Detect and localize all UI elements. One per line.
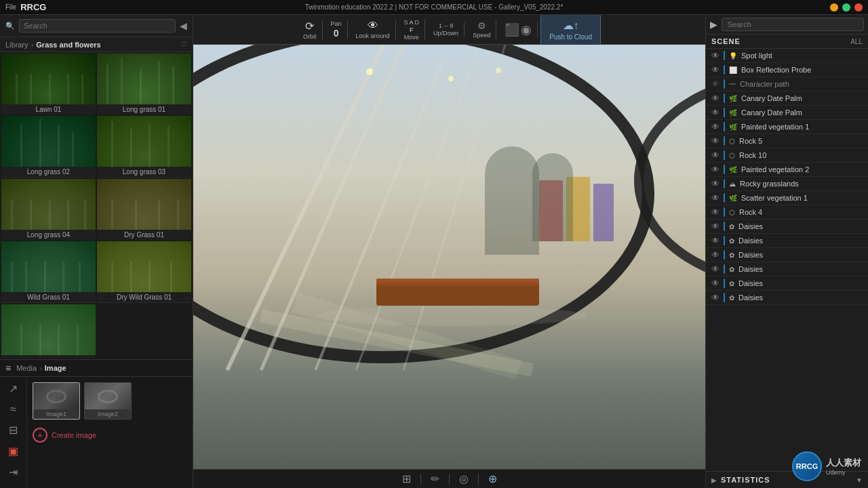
eye-icon[interactable]: 👁 xyxy=(711,179,719,188)
plant-icon: 🌿 xyxy=(729,123,737,131)
scene-item-name: Daisies xyxy=(738,293,863,302)
scene-item-daisies-6[interactable]: 👁 ✿ Daisies xyxy=(706,291,868,305)
minimize-button[interactable]: ─ xyxy=(830,3,838,12)
render-play-button[interactable]: ▶ xyxy=(710,19,717,30)
breadcrumb-current: Grass and flowers xyxy=(36,41,100,49)
scene-item-daisies-4[interactable]: 👁 ✿ Daisies xyxy=(706,262,868,277)
pan-tool: Pan 0 xyxy=(326,20,348,39)
scene-item-name: Canary Date Palm xyxy=(741,94,863,102)
close-button[interactable]: ✕ xyxy=(854,3,863,12)
list-item[interactable]: Dry Grass 01 xyxy=(97,179,191,240)
scene-render[interactable]: RRCG xyxy=(193,45,705,469)
scene-item-character-path[interactable]: 👁 〰 Character path xyxy=(706,77,868,92)
scatter-icon: 🌿 xyxy=(729,195,737,202)
right-top-bar: ▶ xyxy=(706,15,868,35)
eye-icon[interactable]: 👁 xyxy=(711,193,719,203)
eye-icon[interactable]: 👁 xyxy=(711,108,719,117)
scene-item-spotlight[interactable]: 👁 💡 Spot light xyxy=(706,49,868,63)
split-view-icon[interactable]: ⬛ xyxy=(505,22,519,37)
settings-gear-icon[interactable]: ⚙ xyxy=(477,20,486,31)
list-item[interactable]: Long grass 04 xyxy=(1,179,96,240)
media-link[interactable]: Media xyxy=(16,364,37,372)
eye-icon[interactable]: 👁 xyxy=(711,51,719,60)
image-thumb-2[interactable]: Image2 xyxy=(84,382,132,420)
library-link[interactable]: Library xyxy=(5,41,28,49)
window-controls: ─ □ ✕ xyxy=(830,3,863,12)
brush-tool-button[interactable]: ✏ xyxy=(427,471,443,487)
scene-item-painted-veg-1[interactable]: 👁 🌿 Painted vegetation 1 xyxy=(706,120,868,134)
viewport[interactable]: ⟳ Orbit Pan 0 👁 Look around SA xyxy=(193,15,705,488)
scene-item-name: Character path xyxy=(740,80,863,88)
scene-item-name: Rocky grasslands xyxy=(740,180,863,188)
create-image-button[interactable]: + Create image xyxy=(33,428,187,443)
maximize-button[interactable]: □ xyxy=(842,3,850,12)
create-image-label: Create image xyxy=(52,431,96,439)
add-tool-button[interactable]: ⊕ xyxy=(484,471,501,487)
scene-item-scatter-veg[interactable]: 👁 🌿 Scatter vegetation 1 xyxy=(706,191,868,205)
right-search-input[interactable] xyxy=(722,18,864,31)
settings-icon[interactable]: ⊟ xyxy=(9,424,18,436)
lookaround-icon[interactable]: 👁 xyxy=(368,20,378,32)
grid-view-button[interactable]: ⊞ xyxy=(398,471,415,487)
favorite-icon[interactable]: ♡ xyxy=(180,40,187,49)
asset-thumbnail xyxy=(97,54,191,104)
search-input[interactable] xyxy=(19,19,176,33)
push-to-cloud-button[interactable]: ☁↑ Push to Cloud xyxy=(540,15,601,45)
render-icon[interactable]: ≈ xyxy=(10,403,16,415)
collapse-icon[interactable]: ◀ xyxy=(180,20,187,31)
scene-item-name: Painted vegetation 1 xyxy=(741,123,863,131)
scene-item-box-reflection[interactable]: 👁 ⬜ Box Reflection Probe xyxy=(706,63,868,77)
breadcrumb-separator: › xyxy=(31,41,34,49)
list-item[interactable] xyxy=(1,304,96,358)
eye-icon[interactable]: 👁 xyxy=(711,136,719,146)
eye-icon[interactable]: 👁 xyxy=(711,165,719,174)
circle-tool-button[interactable]: ◎ xyxy=(455,471,473,487)
eye-icon[interactable]: 👁 xyxy=(711,150,719,160)
eye-icon[interactable]: 👁 xyxy=(711,250,719,260)
eye-icon[interactable]: 👁 xyxy=(711,279,719,288)
list-item[interactable]: Wild Grass 01 xyxy=(1,241,96,302)
accent-line xyxy=(724,165,725,174)
eye-icon[interactable]: 👁 xyxy=(711,94,719,103)
scene-item-daisies-1[interactable]: 👁 ✿ Daisies xyxy=(706,220,868,234)
scene-item-name: Rock 4 xyxy=(739,208,863,216)
eye-icon-hidden[interactable]: 👁 xyxy=(711,79,719,89)
eye-icon[interactable]: 👁 xyxy=(711,122,719,131)
scene-item-daisies-3[interactable]: 👁 ✿ Daisies xyxy=(706,248,868,262)
left-panel: 🔍 ◀ Library › Grass and flowers ♡ Lawn xyxy=(0,15,193,488)
eye-icon[interactable]: 👁 xyxy=(711,264,719,274)
scene-item-rock10[interactable]: 👁 ⬡ Rock 10 xyxy=(706,148,868,163)
file-menu[interactable]: File xyxy=(5,3,16,11)
eye-icon[interactable]: 👁 xyxy=(711,65,719,75)
eye-icon[interactable]: 👁 xyxy=(711,207,719,217)
export-icon[interactable]: ⇥ xyxy=(9,466,18,479)
eye-icon[interactable]: 👁 xyxy=(711,293,719,302)
view-icon[interactable]: ◉ xyxy=(521,22,532,37)
list-item[interactable]: Long grass 02 xyxy=(1,116,96,177)
scene-item-painted-veg-2[interactable]: 👁 🌿 Painted vegetation 2 xyxy=(706,163,868,177)
menu-icon[interactable]: ≡ xyxy=(5,363,11,373)
scene-item-rock5[interactable]: 👁 ⬡ Rock 5 xyxy=(706,134,868,148)
scene-item-name: Rock 5 xyxy=(739,137,863,145)
eye-icon[interactable]: 👁 xyxy=(711,236,719,245)
scene-item-rock4[interactable]: 👁 ⬡ Rock 4 xyxy=(706,205,868,220)
image-thumb-1[interactable]: Image1 xyxy=(33,382,80,420)
eye-icon[interactable]: 👁 xyxy=(711,222,719,231)
scene-item-canary-palm-2[interactable]: 👁 🌿 Canary Date Palm xyxy=(706,106,868,120)
viewport-toolbar: ⟳ Orbit Pan 0 👁 Look around SA xyxy=(193,15,705,45)
scene-item-canary-palm-1[interactable]: 👁 🌿 Canary Date Palm xyxy=(706,92,868,106)
scene-icon[interactable]: ↗ xyxy=(9,382,18,395)
list-item[interactable]: Long grass 01 xyxy=(97,54,191,115)
list-item[interactable]: Lawn 01 xyxy=(1,54,96,115)
list-item[interactable]: Dry Wild Grass 01 xyxy=(97,241,191,302)
scene-all-label[interactable]: ALL xyxy=(850,38,863,45)
main-layout: 🔍 ◀ Library › Grass and flowers ♡ Lawn xyxy=(0,15,868,488)
scene-item-daisies-5[interactable]: 👁 ✿ Daisies xyxy=(706,277,868,291)
rock-icon: ⬡ xyxy=(729,209,735,216)
scene-item-daisies-2[interactable]: 👁 ✿ Daisies xyxy=(706,234,868,248)
image-icon[interactable]: ▣ xyxy=(8,445,18,458)
scene-item-rocky-grasslands[interactable]: 👁 ⛰ Rocky grasslands xyxy=(706,177,868,191)
image-label[interactable]: Image xyxy=(45,364,66,372)
orbit-icon[interactable]: ⟳ xyxy=(305,20,314,33)
list-item[interactable]: Long grass 03 xyxy=(97,116,191,177)
